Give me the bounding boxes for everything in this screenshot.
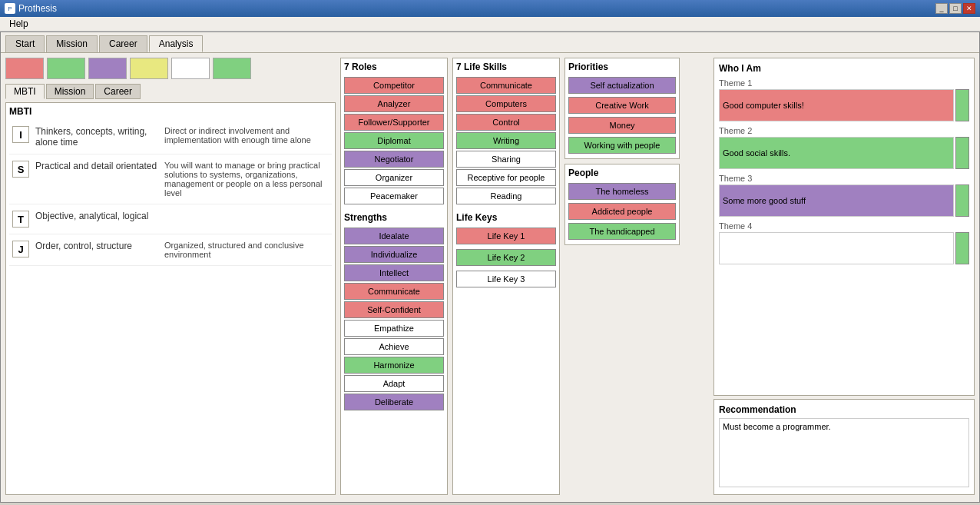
tab-mission[interactable]: Mission xyxy=(46,35,98,52)
title-bar-buttons: _ □ ✕ xyxy=(935,3,975,14)
priority-creative-work[interactable]: Creative Work xyxy=(568,97,676,114)
mbti-letter-t: T xyxy=(12,211,29,228)
close-button[interactable]: ✕ xyxy=(963,3,975,14)
who-i-am-title: Who I Am xyxy=(719,63,969,74)
role-competitor[interactable]: Competitor xyxy=(344,77,444,94)
people-addicted[interactable]: Addicted people xyxy=(568,203,676,220)
priority-working-people[interactable]: Working with people xyxy=(568,137,676,154)
seven-roles-title: 7 Roles xyxy=(344,61,444,72)
theme-4-label: Theme 4 xyxy=(719,221,969,231)
recommendation-textarea[interactable] xyxy=(719,418,969,487)
mbti-title: MBTI xyxy=(9,106,332,117)
theme-1: Theme 1 Good computer skills! xyxy=(719,78,969,121)
minimize-button[interactable]: _ xyxy=(935,3,948,14)
title-bar: P Prothesis _ □ ✕ xyxy=(0,0,980,17)
theme-3-text[interactable]: Some more good stuff xyxy=(719,184,954,217)
swatch-white[interactable] xyxy=(171,58,210,79)
skill-writing[interactable]: Writing xyxy=(456,132,556,149)
skill-sharing[interactable]: Sharing xyxy=(456,151,556,168)
skill-computers[interactable]: Computers xyxy=(456,95,556,112)
theme-1-content: Good computer skills! xyxy=(719,89,969,121)
skill-control[interactable]: Control xyxy=(456,114,556,131)
role-peacemaker[interactable]: Peacemaker xyxy=(344,188,444,204)
life-keys-title: Life Keys xyxy=(456,212,556,223)
theme-3-content: Some more good stuff xyxy=(719,184,969,217)
theme-4-content xyxy=(719,232,969,264)
mbti-label-i: Thinkers, concepts, writing, alone time xyxy=(35,126,158,148)
role-negotiator[interactable]: Negotiator xyxy=(344,151,444,168)
mbti-letter-s: S xyxy=(12,161,29,178)
strength-empathize[interactable]: Empathize xyxy=(344,320,444,337)
recommendation-section: Recommendation xyxy=(713,399,975,495)
theme-3: Theme 3 Some more good stuff xyxy=(719,174,969,217)
sub-tab-career[interactable]: Career xyxy=(95,84,141,99)
strength-deliberate[interactable]: Deliberate xyxy=(344,394,444,410)
skill-receptive[interactable]: Receptive for people xyxy=(456,169,556,186)
people-handicapped[interactable]: The handicapped xyxy=(568,223,676,240)
priority-money[interactable]: Money xyxy=(568,117,676,134)
mbti-label-j: Order, control, structure xyxy=(35,241,158,251)
life-key-1[interactable]: Life Key 1 xyxy=(456,228,556,244)
theme-4: Theme 4 xyxy=(719,221,969,264)
strength-selfconfident[interactable]: Self-Confident xyxy=(344,301,444,318)
sub-tab-mission[interactable]: Mission xyxy=(46,84,94,99)
maximize-button[interactable]: □ xyxy=(949,3,962,14)
theme-2-content: Good social skills. xyxy=(719,137,969,169)
strength-individualize[interactable]: Individualize xyxy=(344,246,444,263)
strength-idealate[interactable]: Idealate xyxy=(344,228,444,244)
strength-communicate[interactable]: Communicate xyxy=(344,283,444,300)
mbti-panel: MBTI I Thinkers, concepts, writing, alon… xyxy=(5,102,336,495)
menu-bar: Help xyxy=(0,17,980,32)
mbti-letter-j: J xyxy=(12,241,29,257)
center-panel: 7 Roles Competitor Analyzer Follower/Sup… xyxy=(340,58,709,495)
mbti-row-t: T Objective, analytical, logical xyxy=(9,204,332,234)
mbti-label-s: Practical and detail orientated xyxy=(35,161,158,171)
people-title: People xyxy=(568,168,676,178)
sub-tabs: MBTI Mission Career xyxy=(5,84,336,99)
role-analyzer[interactable]: Analyzer xyxy=(344,95,444,112)
tab-analysis[interactable]: Analysis xyxy=(149,35,204,52)
skill-reading[interactable]: Reading xyxy=(456,188,556,204)
sub-tab-mbti[interactable]: MBTI xyxy=(5,84,45,99)
mbti-desc-i: Direct or indirect involvement and imple… xyxy=(164,126,329,145)
swatch-yellow[interactable] xyxy=(130,58,168,79)
theme-1-text[interactable]: Good computer skills! xyxy=(719,89,954,121)
strength-intellect[interactable]: Intellect xyxy=(344,264,444,281)
theme-2: Theme 2 Good social skills. xyxy=(719,126,969,169)
mbti-letter-i: I xyxy=(12,126,29,143)
strength-harmonize[interactable]: Harmonize xyxy=(344,357,444,374)
main-window: Start Mission Career Analysis MBTI Missi… xyxy=(0,32,980,503)
strength-achieve[interactable]: Achieve xyxy=(344,338,444,355)
theme-1-bar xyxy=(955,89,969,121)
theme-4-text[interactable] xyxy=(719,232,954,264)
seven-roles-section: 7 Roles Competitor Analyzer Follower/Sup… xyxy=(340,58,448,495)
swatch-green2[interactable] xyxy=(213,58,251,79)
skill-communicate[interactable]: Communicate xyxy=(456,77,556,94)
tab-start[interactable]: Start xyxy=(5,35,45,52)
theme-3-bar xyxy=(955,184,969,217)
theme-2-label: Theme 2 xyxy=(719,126,969,135)
mbti-row-i: I Thinkers, concepts, writing, alone tim… xyxy=(9,120,332,154)
life-skills-section: 7 Life Skills Communicate Computers Cont… xyxy=(452,58,560,495)
theme-4-bar xyxy=(955,232,969,264)
people-section: People The homeless Addicted people The … xyxy=(564,164,680,245)
role-diplomat[interactable]: Diplomat xyxy=(344,132,444,149)
role-follower[interactable]: Follower/Supporter xyxy=(344,114,444,131)
life-key-2[interactable]: Life Key 2 xyxy=(456,249,556,266)
mbti-row-s: S Practical and detail orientated You wi… xyxy=(9,154,332,204)
theme-2-text[interactable]: Good social skills. xyxy=(719,137,954,169)
swatch-green[interactable] xyxy=(47,58,85,79)
life-key-3[interactable]: Life Key 3 xyxy=(456,271,556,287)
content-area: MBTI Mission Career MBTI I Thinkers, con… xyxy=(1,53,979,500)
people-homeless[interactable]: The homeless xyxy=(568,183,676,200)
right-panel: Who I Am Theme 1 Good computer skills! T… xyxy=(713,58,975,495)
menu-help[interactable]: Help xyxy=(5,17,33,31)
seven-life-skills-title: 7 Life Skills xyxy=(456,61,556,72)
mbti-desc-j: Organized, structured and conclusive env… xyxy=(164,241,329,259)
role-organizer[interactable]: Organizer xyxy=(344,169,444,186)
priority-self-actualization[interactable]: Self actualization xyxy=(568,77,676,94)
swatch-purple[interactable] xyxy=(88,58,127,79)
swatch-red[interactable] xyxy=(5,58,44,79)
tab-career[interactable]: Career xyxy=(99,35,147,52)
strength-adapt[interactable]: Adapt xyxy=(344,375,444,392)
